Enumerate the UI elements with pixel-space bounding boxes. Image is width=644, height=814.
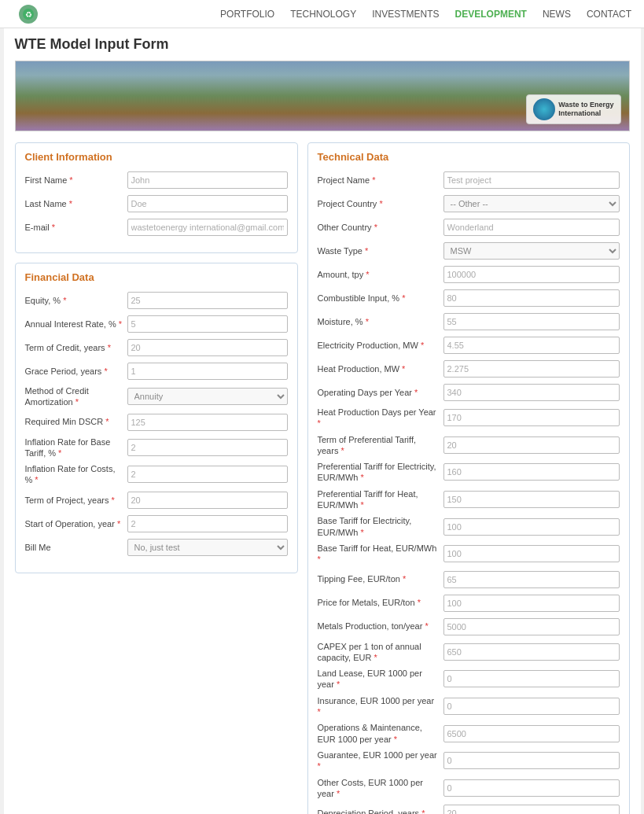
bill-me-row: Bill Me No, just test Yes — [25, 538, 288, 557]
nav-news[interactable]: NEWS — [543, 9, 571, 20]
amount-row: Amount, tpy * — [318, 265, 620, 284]
equity-input[interactable] — [127, 292, 288, 309]
other-costs-input[interactable] — [443, 779, 620, 797]
land-lease-row: Land Lease, EUR 1000 per year * — [318, 668, 620, 691]
waste-type-select[interactable]: MSW — [443, 242, 620, 260]
waste-type-row: Waste Type * MSW — [318, 241, 620, 260]
moisture-label: Moisture, % * — [318, 316, 443, 327]
price-metals-row: Price for Metals, EUR/ton * — [318, 594, 620, 613]
technical-section-title: Technical Data — [318, 151, 620, 163]
moisture-input[interactable] — [443, 313, 620, 330]
price-metals-input[interactable] — [443, 595, 620, 612]
amortization-select[interactable]: Annuity Linear — [127, 388, 288, 405]
land-lease-input[interactable] — [443, 670, 620, 687]
interest-row: Annual Interest Rate, % * — [25, 315, 288, 333]
grace-row: Grace Period, years * — [25, 362, 288, 381]
last-name-input[interactable] — [127, 195, 288, 212]
project-name-input[interactable] — [443, 171, 620, 189]
heat-days-input[interactable] — [443, 409, 620, 426]
base-elec-row: Base Tariff for Electricity, EUR/MWh * — [318, 515, 620, 538]
insurance-input[interactable] — [443, 698, 620, 715]
start-operation-label: Start of Operation, year * — [25, 518, 127, 529]
grace-input[interactable] — [127, 363, 288, 380]
first-name-label: First Name * — [25, 175, 127, 186]
interest-input[interactable] — [127, 315, 288, 333]
dscr-label: Required Min DSCR * — [25, 416, 127, 427]
heat-production-input[interactable] — [443, 360, 620, 378]
term-pref-label: Term of Preferential Tariff, years * — [318, 434, 443, 457]
term-pref-input[interactable] — [443, 436, 620, 454]
combustible-label: Combustible Input, % * — [318, 293, 443, 304]
depreciation-label: Depreciation Period, years * — [318, 808, 443, 814]
inflation-costs-label: Inflation Rate for Costs, % * — [25, 463, 127, 486]
nav-bar: ♻ PORTFOLIO TECHNOLOGY INVESTMENTS DEVEL… — [0, 0, 644, 28]
moisture-row: Moisture, % * — [318, 312, 620, 331]
email-input[interactable] — [127, 219, 288, 236]
depreciation-input[interactable] — [443, 805, 620, 814]
project-country-select[interactable]: -- Other -- — [443, 195, 620, 212]
electricity-production-input[interactable] — [443, 337, 620, 354]
client-section: Client Information First Name * Last Nam… — [15, 142, 298, 253]
term-credit-row: Term of Credit, years * — [25, 338, 288, 357]
guarantee-input[interactable] — [443, 752, 620, 769]
start-operation-row: Start of Operation, year * — [25, 514, 288, 533]
bill-me-select[interactable]: No, just test Yes — [127, 539, 288, 556]
operating-days-row: Operating Days per Year * — [318, 383, 620, 402]
om-label: Operations & Maintenance, EUR 1000 per y… — [318, 722, 443, 745]
nav-portfolio[interactable]: PORTFOLIO — [220, 9, 274, 20]
equity-label: Equity, % * — [25, 295, 127, 306]
pref-elec-label: Preferential Tariff for Electricity, EUR… — [318, 461, 443, 484]
combustible-input[interactable] — [443, 289, 620, 307]
dscr-input[interactable] — [127, 414, 288, 431]
banner-logo-text: Waste to Energy International — [558, 101, 613, 118]
metals-production-input[interactable] — [443, 618, 620, 635]
nav-investments[interactable]: INVESTMENTS — [372, 9, 439, 20]
banner: Waste to Energy International — [15, 61, 630, 131]
pref-elec-input[interactable] — [443, 463, 620, 481]
base-elec-input[interactable] — [443, 518, 620, 536]
last-name-label: Last Name * — [25, 198, 127, 209]
term-credit-label: Term of Credit, years * — [25, 342, 127, 353]
nav-development[interactable]: DEVELOPMENT — [455, 9, 527, 20]
insurance-label: Insurance, EUR 1000 per year * — [318, 695, 443, 718]
term-credit-input[interactable] — [127, 339, 288, 356]
depreciation-row: Depreciation Period, years * — [318, 804, 620, 814]
technical-section: Technical Data Project Name * Project Co… — [307, 142, 630, 814]
heat-production-label: Heat Production, MW * — [318, 363, 443, 374]
pref-heat-input[interactable] — [443, 491, 620, 508]
email-row: E-mail * — [25, 218, 288, 237]
price-metals-label: Price for Metals, EUR/ton * — [318, 597, 443, 608]
base-elec-label: Base Tariff for Electricity, EUR/MWh * — [318, 515, 443, 538]
nav-technology[interactable]: TECHNOLOGY — [290, 9, 356, 20]
other-costs-row: Other Costs, EUR 1000 per year * — [318, 777, 620, 800]
project-country-label: Project Country * — [318, 198, 443, 209]
heat-days-label: Heat Production Days per Year * — [318, 407, 443, 429]
tipping-fee-row: Tipping Fee, EUR/ton * — [318, 570, 620, 589]
other-country-input[interactable] — [443, 219, 620, 236]
om-input[interactable] — [443, 725, 620, 742]
tipping-fee-input[interactable] — [443, 571, 620, 588]
financial-section-title: Financial Data — [25, 271, 288, 283]
nav-contact[interactable]: CONTACT — [587, 9, 631, 20]
operating-days-input[interactable] — [443, 384, 620, 401]
base-heat-row: Base Tariff for Heat, EUR/MWh * — [318, 543, 620, 565]
inflation-base-input[interactable] — [127, 439, 288, 456]
term-project-input[interactable] — [127, 492, 288, 509]
start-operation-input[interactable] — [127, 515, 288, 532]
amount-label: Amount, tpy * — [318, 269, 443, 280]
pref-heat-label: Preferential Tariff for Heat, EUR/MWh * — [318, 488, 443, 511]
base-heat-input[interactable] — [443, 545, 620, 562]
metals-production-label: Metals Production, ton/year * — [318, 621, 443, 632]
project-name-label: Project Name * — [318, 175, 443, 186]
first-name-input[interactable] — [127, 171, 288, 189]
amount-input[interactable] — [443, 266, 620, 283]
financial-section: Financial Data Equity, % * Annual Intere… — [15, 263, 298, 573]
col-right: Technical Data Project Name * Project Co… — [307, 142, 630, 814]
inflation-costs-input[interactable] — [127, 466, 288, 483]
project-name-row: Project Name * — [318, 171, 620, 190]
bill-me-label: Bill Me — [25, 542, 127, 553]
amortization-row: Method of Credit Amortization * Annuity … — [25, 385, 288, 408]
inflation-base-label: Inflation Rate for Base Tariff, % * — [25, 436, 127, 459]
capex-input[interactable] — [443, 643, 620, 661]
pref-heat-row: Preferential Tariff for Heat, EUR/MWh * — [318, 488, 620, 511]
